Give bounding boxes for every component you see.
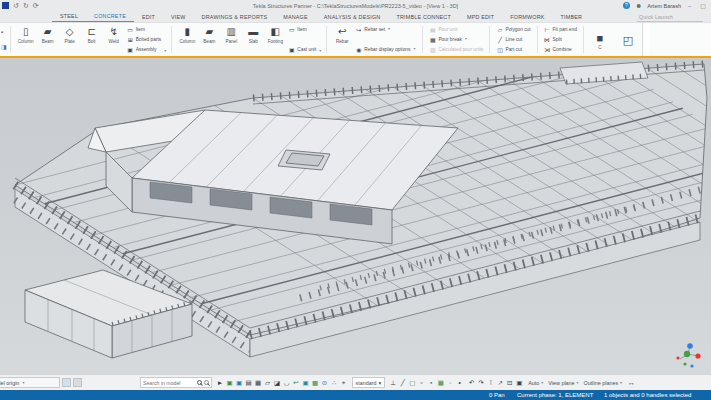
measure-icon[interactable]: ⊺ (487, 378, 495, 387)
rebar-display-caret-icon[interactable]: ▾ (413, 46, 415, 51)
tab-drawings-reports[interactable]: DRAWINGS & REPORTS (194, 13, 276, 22)
next-view-button[interactable] (73, 378, 82, 387)
concrete-slab-button[interactable]: ▬ Slab (242, 24, 264, 55)
3d-viewport[interactable] (0, 58, 711, 374)
undo-zoom-icon[interactable]: ↶ (468, 378, 476, 387)
tab-view[interactable]: VIEW (163, 13, 194, 22)
select-components-icon[interactable]: ▣ (235, 378, 243, 387)
concrete-column-button[interactable]: ▮ Column (176, 24, 198, 55)
steel-plate-icon: ◇ (66, 26, 74, 38)
maximize-button[interactable]: ▢ (698, 2, 708, 9)
workplane-mini-icon[interactable]: ▪ (1, 29, 7, 35)
polygon-cut-button[interactable]: ▱ Polygon cut (496, 26, 530, 33)
snap-midpoints-icon[interactable]: ◦ (446, 378, 454, 387)
steel-bolt-button[interactable]: ⊏ Bolt (81, 24, 103, 55)
outline-planes-dropdown[interactable]: Outline planes▾ (584, 380, 622, 386)
steel-beam-button[interactable]: ▰ Beam (37, 24, 59, 55)
concrete-column-icon: ▮ (185, 26, 191, 38)
fit-part-end-button[interactable]: ⊢ Fit part end (544, 26, 577, 33)
concrete-group-caret-icon[interactable]: ▾ (319, 48, 321, 53)
cast-unit-button[interactable]: ▣ Cast unit (288, 46, 316, 53)
tab-analysis-design[interactable]: ANALYSIS & DESIGN (316, 13, 389, 22)
concrete-panel-button[interactable]: ▥ Panel (220, 24, 242, 55)
line-cut-button[interactable]: ╱ Line cut (496, 36, 530, 43)
tab-steel[interactable]: STEEL (52, 12, 86, 22)
tab-mpd-edit[interactable]: MPD EDIT (459, 13, 502, 22)
minimize-button[interactable]: – (686, 3, 693, 9)
snap-any-position-icon[interactable]: ▪ (427, 378, 435, 387)
pour-break-button[interactable]: ▦ Pour break ▾ (429, 36, 483, 43)
snapshot-mini-icon[interactable]: ◨ (1, 44, 7, 50)
steel-weld-button[interactable]: ↯ Weld (103, 24, 125, 55)
steel-group-caret-icon[interactable]: ▾ (164, 48, 166, 53)
concrete-item-button[interactable]: ▭ Item (288, 26, 316, 33)
select-assemblies-icon[interactable]: ▤ (245, 378, 253, 387)
split-button[interactable]: ⋈ Split (544, 36, 577, 43)
snap-nearest-points-icon[interactable]: ▫ (418, 378, 426, 387)
select-parts-icon[interactable]: ▱ (264, 378, 272, 387)
search-icon[interactable] (197, 380, 202, 385)
advanced-search-icon[interactable] (204, 380, 209, 385)
rebar-set-button[interactable]: ↪ Rebar set ▾ (355, 26, 416, 33)
part-cut-button[interactable]: ◫ Part cut (496, 46, 530, 53)
snap-reference-lines-icon[interactable]: ╱ (399, 378, 407, 387)
select-cast-units-icon[interactable]: ▦ (254, 378, 262, 387)
select-points-icon[interactable]: ∴ (330, 378, 338, 387)
snap-grid-icon[interactable]: ▦ (437, 378, 445, 387)
concrete-item-icon: ▭ (288, 26, 295, 33)
tab-concrete[interactable]: CONCRETE (86, 12, 134, 22)
tab-timber[interactable]: TIMBER (553, 13, 591, 22)
component-icon: ■ (597, 32, 604, 44)
tab-edit[interactable]: EDIT (134, 13, 163, 22)
view-plane-dropdown[interactable]: View plane▾ (548, 380, 578, 386)
rebar-display-options-button[interactable]: ◉ Rebar display options ▾ (355, 46, 416, 53)
rebar-group: ↩ Rebar ↪ Rebar set ▾ ◉ Rebar display op… (329, 23, 420, 56)
select-objects-in-components-icon[interactable]: ▣ (302, 378, 310, 387)
assembly-button[interactable]: ▣ Assembly (127, 46, 162, 53)
help-icon[interactable]: ? (623, 2, 630, 9)
prev-view-button[interactable] (62, 378, 71, 387)
steel-plate-button[interactable]: ◇ Plate (59, 24, 81, 55)
redo-icon[interactable]: ↻ (23, 2, 29, 10)
quick-launch-input[interactable]: Quick Launch (637, 13, 703, 22)
full-screen-icon[interactable]: ▣ (515, 378, 523, 387)
select-objects-in-assemblies-icon[interactable]: ▩ (311, 378, 319, 387)
component-button[interactable]: ■ C (589, 30, 611, 50)
tab-formwork[interactable]: FORMWORK (502, 13, 552, 22)
sync-icon[interactable]: ⟳ (33, 2, 39, 10)
select-surfaces-icon[interactable]: ◪ (273, 378, 281, 387)
screenshot-icon[interactable]: ⊡ (506, 378, 514, 387)
pour-break-caret-icon[interactable]: ▾ (465, 36, 467, 41)
snap-endpoints-icon[interactable]: • (456, 378, 464, 387)
concrete-footing-button[interactable]: ◧ Footing (264, 24, 286, 55)
applications-button[interactable]: ◰ (617, 32, 639, 48)
origin-dropdown[interactable]: Model origin▾ (0, 377, 60, 388)
tab-trimble-connect[interactable]: TRIMBLE CONNECT (388, 13, 459, 22)
select-all-icon[interactable]: ▣ (226, 378, 234, 387)
select-welds-icon[interactable]: ◡ (283, 378, 291, 387)
rebar-set-caret-icon[interactable]: ▾ (388, 26, 390, 31)
bolted-parts-button[interactable]: ⊞ Bolted parts (127, 36, 162, 43)
rebar-button[interactable]: ↩ Rebar (331, 24, 353, 55)
snap-geometry-lines-icon[interactable]: ▢ (408, 378, 416, 387)
snap-settings-dropdown[interactable]: standard▾ (352, 377, 386, 388)
tab-manage[interactable]: MANAGE (275, 13, 316, 22)
select-distances-icon[interactable]: ⌖ (340, 378, 348, 387)
concrete-beam-button[interactable]: ▰ Beam (198, 24, 220, 55)
swap-icon[interactable]: ↔ (628, 379, 635, 386)
undo-icon[interactable]: ↺ (13, 2, 19, 10)
redo-zoom-icon[interactable]: ↷ (477, 378, 485, 387)
title-bar: ↺ ↻ ⟳ Tekla Structures Partner - C:\Tekl… (0, 0, 711, 11)
combine-button[interactable]: ⋊ Combine (544, 46, 577, 53)
snap-ortho-icon[interactable]: ⊥ (389, 378, 397, 387)
steel-column-button[interactable]: ▯ Column (15, 24, 37, 55)
steel-item-button[interactable]: ▭ Item (127, 26, 162, 33)
fly-icon[interactable]: ↗ (496, 378, 504, 387)
user-name[interactable]: Artem Barash (647, 3, 681, 9)
select-bolts-icon[interactable]: ⊙ (321, 378, 329, 387)
select-cursor-icon[interactable]: ► (216, 378, 224, 387)
search-in-model-input[interactable] (143, 380, 195, 386)
select-rebar-icon[interactable]: ↩ (292, 378, 300, 387)
auto-dropdown[interactable]: Auto▾ (528, 380, 543, 386)
pan-status: 0 Pan (489, 392, 505, 398)
